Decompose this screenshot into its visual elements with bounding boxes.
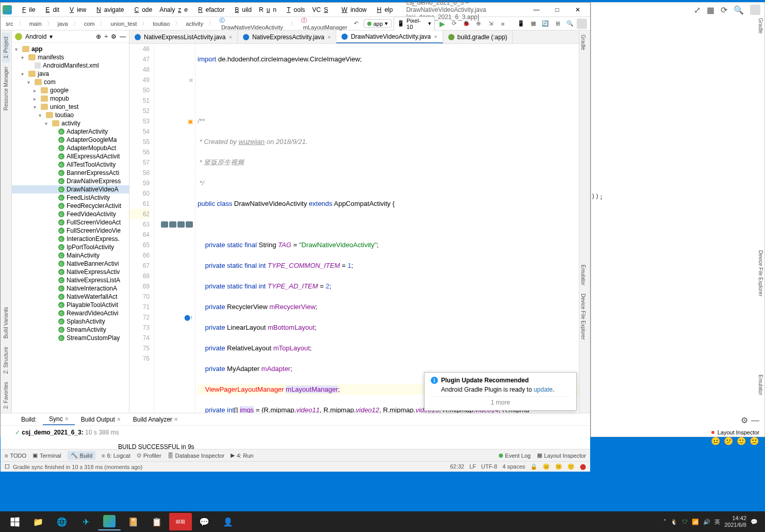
editor-tab-active[interactable]: DrawNativeVideoActivity.java× bbox=[336, 30, 443, 43]
app-icon-2[interactable]: 📋 bbox=[145, 513, 168, 530]
device-selector[interactable]: 📱Pixel-10▾ bbox=[394, 17, 435, 31]
tray-network-icon[interactable]: 📶 bbox=[692, 519, 699, 525]
structure-icon[interactable]: ⊞ bbox=[552, 19, 563, 29]
menu-edit[interactable]: Edit bbox=[39, 5, 62, 14]
tree-manifests[interactable]: ▾manifests bbox=[12, 53, 129, 61]
breadcrumb-item[interactable]: com bbox=[82, 20, 97, 27]
tray-icon[interactable]: 🐧 bbox=[671, 519, 678, 525]
tree-activity-item[interactable]: CSplashActivity bbox=[12, 317, 129, 326]
error-indicator[interactable]: ⬤ bbox=[580, 463, 586, 470]
tree-union-test[interactable]: ▾union_test bbox=[12, 103, 129, 111]
tree-activity-item[interactable]: CIpPortToolActivity bbox=[12, 243, 129, 251]
close-tab-icon[interactable]: × bbox=[229, 34, 232, 40]
more-notifications[interactable]: 1 more bbox=[431, 396, 570, 406]
target-icon[interactable]: ⊕ bbox=[96, 33, 101, 40]
database-inspector-tool[interactable]: 🗄 Database Inspector bbox=[168, 453, 224, 459]
clock-time[interactable]: 14:42 bbox=[724, 515, 746, 522]
menu-analyze[interactable]: Analyze bbox=[156, 5, 191, 14]
update-link[interactable]: update bbox=[533, 386, 552, 393]
tree-activity-item[interactable]: CPlayableToolActivit bbox=[12, 301, 129, 309]
tree-activity-item[interactable]: CFullScreenVideoAct bbox=[12, 218, 129, 227]
close-button[interactable]: ✕ bbox=[567, 4, 588, 16]
tree-app[interactable]: ▾app bbox=[12, 45, 129, 53]
build-variants-button[interactable]: Build Variants bbox=[2, 303, 10, 343]
tree-manifest-file[interactable]: AndroidManifest.xml bbox=[12, 61, 129, 70]
tree-activity-item[interactable]: CAdapterMopubAct bbox=[12, 144, 129, 152]
sync-tab[interactable]: Sync× bbox=[43, 413, 75, 425]
breadcrumb-item[interactable]: activity bbox=[184, 20, 205, 27]
tree-activity-item[interactable]: CFullScreenVideoVie bbox=[12, 227, 129, 235]
structure-tool-button[interactable]: Z: Structure bbox=[2, 343, 10, 378]
debug-icon[interactable]: 🐞 bbox=[461, 19, 471, 29]
gear-icon[interactable]: ⚙ bbox=[111, 33, 117, 40]
app-icon-4[interactable]: 👤 bbox=[217, 513, 239, 530]
breadcrumb-field[interactable]: ⓕ mLayoutManager bbox=[299, 16, 352, 31]
tree-activity-item[interactable]: CMainActivity bbox=[12, 251, 129, 260]
apply-changes-icon[interactable]: ⟳ bbox=[449, 19, 460, 29]
menu-vcs[interactable]: VCS bbox=[309, 5, 334, 14]
bg-minimize-icon[interactable]: — bbox=[751, 416, 759, 425]
bg-device-explorer-tool[interactable]: Device File Explorer bbox=[758, 250, 763, 296]
app-icon-3[interactable]: 邮箱 bbox=[169, 513, 192, 530]
indent[interactable]: 4 spaces bbox=[502, 463, 525, 470]
tree-activity-item[interactable]: CNativeExpressListA bbox=[12, 276, 129, 284]
menu-navigate[interactable]: Navigate bbox=[90, 5, 127, 14]
back-icon[interactable]: ↶ bbox=[351, 19, 362, 29]
tree-activity-item[interactable]: CAdapterGoogleMa bbox=[12, 136, 129, 144]
clock-date[interactable]: 2021/6/8 bbox=[724, 522, 746, 528]
bg-settings-icon[interactable]: ⚙ bbox=[741, 415, 748, 425]
close-tab-icon[interactable]: × bbox=[328, 34, 331, 40]
bg-icon[interactable]: ⤢ bbox=[694, 5, 701, 15]
menu-view[interactable]: View bbox=[63, 5, 89, 14]
search-icon[interactable]: 🔍 bbox=[565, 19, 575, 29]
profiler-tool[interactable]: ⊙ Profiler bbox=[137, 452, 161, 459]
wechat-icon[interactable]: 💬 bbox=[193, 513, 216, 530]
run-button[interactable]: ▶ bbox=[437, 19, 447, 29]
tray-chevron-icon[interactable]: ˄ bbox=[663, 519, 666, 525]
tree-activity-item[interactable]: CFeedVideoActivity bbox=[12, 210, 129, 218]
project-tool-button[interactable]: 1: Project bbox=[2, 33, 10, 62]
breadcrumb-item[interactable]: main bbox=[27, 20, 44, 27]
bg-avatar[interactable] bbox=[750, 5, 760, 15]
minimize-button[interactable]: — bbox=[526, 4, 547, 16]
profile-icon[interactable]: ⊕ bbox=[474, 19, 484, 29]
tree-activity-item[interactable]: CNativeBannerActivi bbox=[12, 260, 129, 268]
tree-activity-item[interactable]: CInteractionExpress. bbox=[12, 235, 129, 243]
tree-mopub[interactable]: ▸mopub bbox=[12, 94, 129, 103]
layout-inspector-tool[interactable]: ▦ Layout Inspector bbox=[537, 452, 586, 459]
bg-search-icon[interactable]: 🔍 bbox=[734, 5, 744, 15]
build-tab[interactable]: Build: bbox=[15, 413, 43, 425]
chrome-icon[interactable]: 🌐 bbox=[51, 513, 73, 530]
terminal-tool[interactable]: ▣ Terminal bbox=[32, 452, 61, 459]
resource-manager-button[interactable]: Resource Manager bbox=[2, 62, 10, 115]
build-tool[interactable]: 🔨 Build bbox=[68, 451, 95, 460]
menu-window[interactable]: Window bbox=[335, 5, 370, 14]
logcat-tool[interactable]: ≡ 6: Logcat bbox=[102, 453, 131, 459]
notification-center-icon[interactable]: 💬 bbox=[751, 519, 758, 525]
tree-activity-item[interactable]: CFeedListActivity bbox=[12, 194, 129, 202]
project-tree[interactable]: ▾app ▾manifests AndroidManifest.xml ▾jav… bbox=[12, 43, 129, 413]
tree-activity-item[interactable]: CDrawNativeExpress bbox=[12, 177, 129, 185]
attach-debugger-icon[interactable]: ⇲ bbox=[486, 19, 496, 29]
bg-gradle-tool[interactable]: Gradle bbox=[758, 18, 763, 34]
editor-tab[interactable]: NativeExpressActivity.java× bbox=[238, 30, 336, 43]
menu-tools[interactable]: Tools bbox=[281, 5, 308, 14]
tree-activity-item[interactable]: CStreamActivity bbox=[12, 326, 129, 334]
tree-google[interactable]: ▸google bbox=[12, 86, 129, 94]
code-editor[interactable]: 4647484950515253545556575859606162636465… bbox=[129, 44, 579, 413]
tree-activity-item[interactable]: CFeedRecyclerActivit bbox=[12, 202, 129, 210]
lock-icon[interactable]: 🔒 bbox=[530, 463, 538, 470]
build-output-tab[interactable]: Build Output× bbox=[75, 413, 127, 425]
project-view-selector[interactable]: Android▾ ⊕ ÷ ⚙ — bbox=[12, 30, 129, 43]
stop-icon[interactable]: ■ bbox=[498, 19, 508, 29]
notes-icon[interactable]: 📔 bbox=[122, 513, 144, 530]
collapse-icon[interactable]: ÷ bbox=[104, 33, 108, 40]
avatar-icon[interactable] bbox=[577, 19, 587, 29]
file-explorer-icon[interactable]: 📁 bbox=[27, 513, 50, 530]
breadcrumb-item[interactable]: toutiao bbox=[151, 20, 172, 27]
run-config-selector[interactable]: app▾ bbox=[364, 19, 392, 28]
tree-activity[interactable]: ▾activity bbox=[12, 119, 129, 127]
menu-help[interactable]: Help bbox=[371, 5, 396, 14]
sdk-icon[interactable]: ▦ bbox=[528, 19, 539, 29]
menu-code[interactable]: Code bbox=[128, 5, 155, 14]
